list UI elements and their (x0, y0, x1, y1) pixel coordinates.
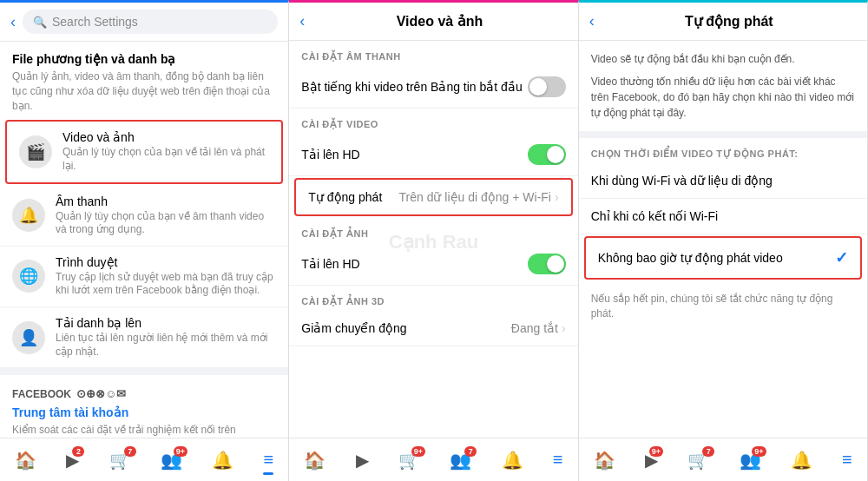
nav-home-p1[interactable]: 🏠 (15, 450, 36, 471)
video-nav-icon-p2: ▶ (356, 450, 369, 471)
contacts-subtitle: Liên tục tải lên người liên hệ mới thêm … (56, 332, 276, 359)
hd-upload-row: Tải lên HD (289, 134, 577, 176)
nav-shop-p3[interactable]: 🛒 7 (687, 450, 709, 471)
nav-shop-p1[interactable]: 🛒 7 (109, 450, 131, 471)
autoplay-option-wifi-data[interactable]: Khi dùng Wi-Fi và dữ liệu di động (579, 163, 867, 199)
back-button-p3[interactable]: ‹ (589, 12, 595, 30)
motion-row[interactable]: Giảm chuyển động Đang tắt › (289, 311, 577, 346)
browser-icon: 🌐 (12, 260, 45, 293)
autoplay-desc-1: Video sẽ tự động bắt đầu khi bạn cuộn đế… (591, 51, 855, 67)
shop-badge-p2: 9+ (411, 446, 425, 457)
hd-toggle-knob (547, 146, 564, 163)
nav-video-p2[interactable]: ▶ (356, 450, 369, 471)
back-button-p2[interactable]: ‹ (299, 12, 305, 30)
video-subtitle: Quản lý tùy chọn của bạn về tải lên và p… (62, 146, 269, 173)
search-placeholder: Search Settings (52, 15, 138, 29)
motion-value-text: Đang tắt (511, 321, 558, 335)
section-video-label: CÀI ĐẶT VIDEO (289, 109, 577, 134)
panel-video-settings: ‹ Video và ảnh CÀI ĐẶT ÂM THANH Bật tiến… (289, 0, 578, 481)
menu-icon-p3: ≡ (842, 450, 852, 470)
section-photo-label: CÀI ĐẶT ẢNH (289, 218, 577, 243)
contacts-title: Tải danh bạ lên (56, 316, 276, 330)
facebook-label: FACEBOOK ⊙⊕⊗☺✉ (12, 387, 276, 400)
autoplay-option-never[interactable]: Không bao giờ tự động phát video ✓ (584, 236, 862, 280)
back-button-p1[interactable]: ‹ (10, 13, 16, 31)
section-3d-label: CÀI ĐẶT ẢNH 3D (289, 286, 577, 311)
nav-people-p3[interactable]: 👥 9+ (740, 450, 761, 471)
nav-bell-p1[interactable]: 🔔 (212, 450, 233, 471)
nav-bell-p3[interactable]: 🔔 (791, 450, 812, 471)
nav-shop-p2[interactable]: 🛒 9+ (398, 450, 420, 471)
video-icon: 🎬 (19, 135, 52, 168)
video-title: Video và ảnh (62, 130, 269, 144)
search-bar[interactable]: 🔍 Search Settings (23, 10, 278, 34)
shop-badge-p1: 7 (124, 446, 136, 457)
sound-toggle-label: Bật tiếng khi video trên Bảng tin bắt đầ… (301, 80, 522, 94)
nav-active-indicator-p1 (263, 472, 273, 475)
motion-label: Giảm chuyển động (301, 321, 406, 335)
panel-settings-menu: ‹ 🔍 Search Settings File phương tiện và … (0, 0, 289, 481)
home-icon-p1: 🏠 (15, 450, 36, 471)
shop-badge-p3: 7 (702, 446, 714, 457)
facebook-account-link[interactable]: Trung tâm tài khoản (12, 405, 276, 419)
menu-icon-p1: ≡ (263, 450, 273, 470)
nav-video-p1[interactable]: ▶ 2 (66, 450, 79, 471)
contacts-icon: 👤 (12, 321, 45, 354)
autoplay-label: Tự động phát (308, 190, 382, 204)
bottom-nav-p3: 🏠 ▶ 9+ 🛒 7 👥 9+ 🔔 ≡ (579, 438, 867, 481)
nav-bell-p2[interactable]: 🔔 (502, 450, 523, 471)
nav-home-p2[interactable]: 🏠 (304, 450, 326, 471)
nav-home-p3[interactable]: 🏠 (594, 450, 615, 471)
nav-menu-p3[interactable]: ≡ (842, 450, 852, 470)
panel2-title: Video và ảnh (312, 13, 567, 30)
nav-menu-p2[interactable]: ≡ (553, 450, 563, 470)
photo-hd-knob (547, 255, 564, 273)
section-sound-label: CÀI ĐẶT ÂM THANH (289, 41, 577, 66)
menu-item-audio-text: Âm thanh Quản lý tùy chọn của bạn về âm … (56, 194, 276, 237)
nav-people-p2[interactable]: 👥 7 (450, 450, 471, 471)
home-icon-p2: 🏠 (304, 450, 326, 471)
hd-toggle[interactable] (528, 144, 566, 165)
facebook-account-desc: Kiểm soát các cài đặt về trải nghiệm kết… (12, 423, 276, 438)
panel3-title: Tự động phát (602, 13, 857, 30)
video-badge-p3: 9+ (649, 446, 663, 457)
autoplay-value: Trên dữ liệu di động + Wi-Fi › (399, 190, 559, 204)
autoplay-value-text: Trên dữ liệu di động + Wi-Fi (399, 190, 551, 204)
menu-item-browser[interactable]: 🌐 Trình duyệt Truy cập lịch sử duyệt web… (0, 247, 288, 307)
autoplay-option-wifi-only[interactable]: Chỉ khi có kết nối Wi-Fi (579, 199, 867, 234)
facebook-section: FACEBOOK ⊙⊕⊗☺✉ Trung tâm tài khoản Kiểm … (0, 368, 288, 438)
panel3-content: Video sẽ tự động bắt đầu khi bạn cuộn đế… (579, 41, 867, 438)
autoplay-footer: Nếu sắp hết pin, chúng tôi sẽ tắt chức n… (579, 281, 867, 332)
photo-hd-toggle[interactable] (528, 254, 566, 274)
menu-item-browser-text: Trình duyệt Truy cập lịch sử duyệt web m… (56, 255, 276, 298)
nav-people-p1[interactable]: 👥 9+ (161, 450, 182, 471)
autoplay-chevron: › (555, 190, 559, 204)
hd-upload-label: Tải lên HD (301, 148, 359, 161)
people-badge-p1: 9+ (174, 446, 187, 457)
bottom-nav-p2: 🏠 ▶ 🛒 9+ 👥 7 🔔 ≡ (289, 438, 577, 481)
browser-title: Trình duyệt (56, 255, 276, 269)
selected-checkmark: ✓ (835, 248, 848, 267)
menu-item-audio[interactable]: 🔔 Âm thanh Quản lý tùy chọn của bạn về â… (0, 186, 288, 247)
sound-toggle[interactable] (528, 76, 566, 97)
people-badge-p3: 9+ (752, 446, 766, 457)
menu-item-video-text: Video và ảnh Quản lý tùy chọn của bạn về… (62, 130, 269, 173)
media-title: File phương tiện và danh bạ (12, 52, 276, 66)
choose-label: CHỌN THỜI ĐIỂM VIDEO TỰ ĐỘNG PHÁT: (579, 138, 867, 163)
autoplay-option-2-text: Chỉ khi có kết nối Wi-Fi (591, 209, 855, 223)
bottom-nav-p1: 🏠 ▶ 2 🛒 7 👥 9+ 🔔 ≡ (0, 438, 288, 481)
autoplay-description: Video sẽ tự động bắt đầu khi bạn cuộn đế… (579, 41, 867, 138)
nav-video-p3[interactable]: ▶ 9+ (645, 450, 658, 471)
nav-menu-p1[interactable]: ≡ (263, 450, 273, 470)
people-badge-p2: 7 (464, 446, 477, 457)
autoplay-option-1-text: Khi dùng Wi-Fi và dữ liệu di động (591, 174, 855, 188)
panel2-header: ‹ Video và ảnh (289, 3, 577, 41)
media-section-header: File phương tiện và danh bạ Quản lý ảnh,… (0, 42, 288, 118)
menu-item-contacts[interactable]: 👤 Tải danh bạ lên Liên tục tải lên người… (0, 307, 288, 368)
menu-item-video[interactable]: 🎬 Video và ảnh Quản lý tùy chọn của bạn … (5, 120, 283, 183)
bell-icon-p1: 🔔 (212, 450, 233, 471)
autoplay-row[interactable]: Tự động phát Trên dữ liệu di động + Wi-F… (294, 178, 572, 216)
bell-icon-p3: 🔔 (791, 450, 812, 471)
autoplay-desc-2: Video thường tốn nhiều dữ liệu hơn các b… (591, 74, 855, 121)
photo-hd-label: Tải lên HD (301, 257, 359, 271)
